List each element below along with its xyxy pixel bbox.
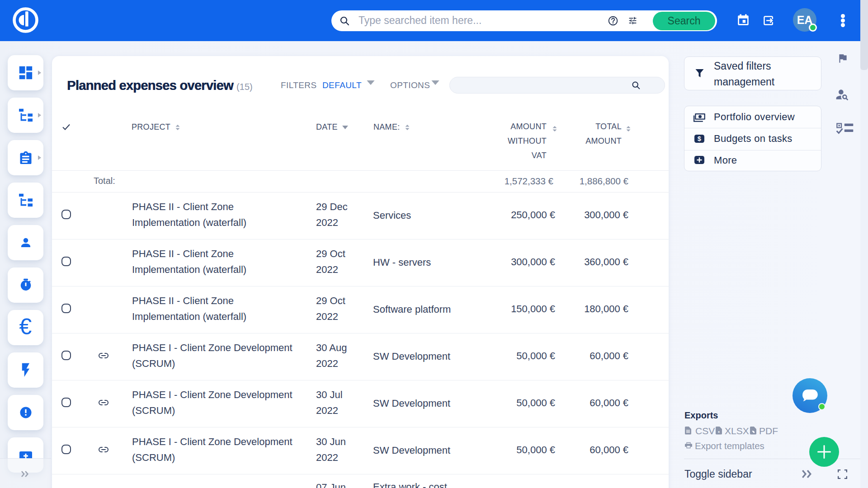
svg-text:$: $ — [698, 135, 701, 142]
